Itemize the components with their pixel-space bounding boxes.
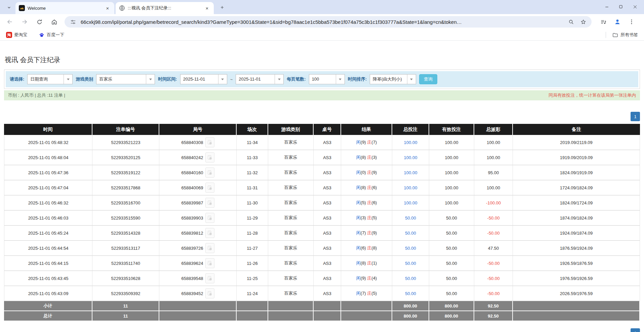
total-bet-link[interactable]: 100.00 — [404, 170, 417, 175]
banker-result-label: 庄 — [367, 140, 371, 145]
tab-search-button[interactable] — [5, 3, 13, 12]
profile-avatar[interactable] — [612, 16, 623, 28]
total-bet-link[interactable]: 100.00 — [404, 140, 417, 145]
game-type-cell: 百家乐 — [268, 256, 314, 271]
round-wrap: 658839548 — [161, 273, 235, 283]
valid-bet-cell: 100.00 — [429, 180, 474, 195]
bookmark-baidu[interactable]: 百度一下 — [37, 31, 66, 39]
date-to-select[interactable]: 2025-11-01 — [236, 74, 284, 84]
banker-points: (5) — [371, 215, 377, 220]
payout-cell: -50.00 — [474, 210, 513, 226]
home-icon[interactable] — [48, 16, 60, 28]
total-row-cell: 800.00 — [429, 311, 474, 321]
game-type-cell: 百家乐 — [268, 150, 314, 165]
chevron-down-icon — [336, 75, 345, 84]
browser-menu-icon[interactable] — [626, 16, 637, 28]
payout-cell: 100.00 — [474, 150, 513, 165]
window-maximize-button[interactable] — [614, 1, 628, 12]
player-result-label: 闲 — [356, 185, 361, 190]
bookmark-star-icon[interactable] — [579, 17, 588, 26]
column-header-7: 总投注 — [392, 124, 429, 135]
total-bet-link[interactable]: 50.00 — [405, 291, 416, 296]
video-replay-button[interactable] — [205, 168, 214, 178]
page-content: 视讯 会员下注纪录 请选择: 日期查询 游戏类别 百家乐 时间区间: 2025-… — [0, 56, 644, 321]
bet-id-cell: 522933519122 — [92, 165, 159, 180]
video-replay-button[interactable] — [205, 137, 214, 147]
media-controls-icon[interactable] — [598, 16, 609, 28]
round-wrap: 658840308 — [161, 137, 235, 147]
window-minimize-button[interactable] — [600, 1, 614, 12]
bet-id-cell: 522933510628 — [92, 271, 159, 286]
table-no-cell: AS3 — [314, 135, 341, 150]
valid-bet-cell: 50.00 — [429, 241, 474, 256]
address-bar[interactable]: 66cxkj98.com/ipl/portal.php/game/betreco… — [65, 16, 592, 28]
player-points: (8) — [361, 155, 367, 160]
pagination-page-1[interactable]: 1 — [631, 112, 640, 121]
video-replay-button[interactable] — [205, 152, 214, 162]
total-bet-link[interactable]: 100.00 — [404, 155, 417, 160]
column-header-3: 场次 — [237, 124, 268, 135]
close-tab-icon[interactable]: × — [104, 5, 111, 11]
search-button[interactable]: 查询 — [419, 74, 437, 84]
tab-title: :::视讯 会员下注纪录::: — [128, 5, 201, 11]
result-cell: 闲(8) 庄(6) — [341, 180, 392, 195]
baidu-paw-icon — [39, 32, 45, 38]
pagination-page-1-bottom[interactable]: 1 — [631, 328, 640, 332]
page-size-select[interactable]: 100 — [309, 74, 345, 84]
payout-cell: -50.00 — [474, 286, 513, 301]
forward-icon[interactable] — [19, 16, 30, 28]
subtotal-row-cell — [513, 301, 640, 311]
game-type-select[interactable]: 百家乐 — [96, 74, 155, 84]
video-replay-button[interactable] — [205, 198, 214, 208]
all-bookmarks-label: 所有书签 — [620, 32, 638, 38]
game-type-label: 游戏类别 — [76, 76, 93, 82]
total-bet-link[interactable]: 50.00 — [405, 231, 416, 236]
video-replay-button[interactable] — [205, 258, 214, 268]
round-cell: 658840069 — [159, 180, 237, 195]
sort-order-select[interactable]: 降幂(由大到小) — [370, 74, 416, 84]
total-bet-link[interactable]: 100.00 — [404, 185, 417, 190]
tab-betrecord[interactable]: :::视讯 会员下注纪录::: × — [116, 2, 214, 14]
query-type-select[interactable]: 日期查询 — [27, 74, 73, 84]
video-replay-button[interactable] — [205, 273, 214, 283]
session-cell: 11-27 — [237, 241, 268, 256]
reload-icon[interactable] — [34, 16, 45, 28]
total-bet-link[interactable]: 100.00 — [404, 200, 417, 205]
total-bet-link[interactable]: 50.00 — [405, 261, 416, 266]
all-bookmarks-button[interactable]: 所有书签 — [611, 31, 639, 39]
round-id: 658839548 — [181, 276, 203, 281]
total-bet-link[interactable]: 50.00 — [405, 246, 416, 251]
table-no-cell: AS3 — [314, 286, 341, 301]
round-id: 658839812 — [181, 231, 203, 236]
new-tab-button[interactable] — [218, 3, 227, 12]
player-points: (9) — [361, 276, 367, 281]
video-replay-button[interactable] — [205, 228, 214, 238]
table-no-cell: AS3 — [314, 210, 341, 226]
round-cell: 658840160 — [159, 165, 237, 180]
video-replay-button[interactable] — [205, 288, 214, 298]
result-cell: 闲(7) 庄(9) — [341, 226, 392, 241]
result-cell: 闲(7) 庄(5) — [341, 286, 392, 301]
total-bet-link[interactable]: 50.00 — [405, 216, 416, 221]
window-close-button[interactable] — [628, 1, 642, 12]
close-tab-icon[interactable]: × — [204, 5, 210, 11]
query-type-value: 日期查询 — [28, 75, 64, 84]
bookmark-taobao[interactable]: 淘 爱淘宝 — [5, 31, 29, 39]
video-replay-button[interactable] — [205, 243, 214, 253]
tab-welcome[interactable]: Welcome × — [15, 2, 114, 14]
remark-cell: 1724.09/1824.09 — [513, 180, 640, 195]
total-bet-link[interactable]: 50.00 — [405, 276, 416, 281]
back-icon[interactable] — [4, 16, 15, 28]
site-settings-icon[interactable] — [69, 17, 77, 26]
game-type-cell: 百家乐 — [268, 286, 314, 301]
date-from-select[interactable]: 2025-11-01 — [180, 74, 227, 84]
zoom-icon[interactable] — [567, 17, 575, 26]
bookmark-label: 百度一下 — [47, 32, 64, 38]
video-replay-button[interactable] — [205, 213, 214, 223]
total-row-cell — [159, 311, 237, 321]
game-type-cell: 百家乐 — [268, 271, 314, 286]
payout-cell: 100.00 — [474, 180, 513, 195]
game-type-cell: 百家乐 — [268, 195, 314, 210]
bet-id-cell: 522933513117 — [92, 241, 159, 256]
video-replay-button[interactable] — [205, 183, 214, 193]
